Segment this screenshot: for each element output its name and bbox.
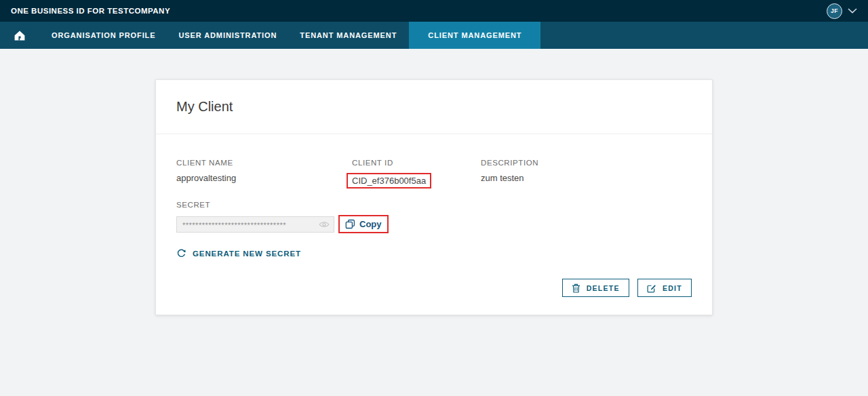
topbar: ONE BUSINESS ID FOR TESTCOMPANY JF [0,0,868,22]
edit-button[interactable]: EDIT [637,279,692,297]
annotation-highlight-client-id: CID_ef376b00f5aa [347,173,431,189]
description-label: DESCRIPTION [481,159,692,167]
nav-item-tenant-management[interactable]: TENANT MANAGEMENT [289,22,408,49]
avatar[interactable]: JF [827,3,842,19]
generate-new-secret-label: GENERATE NEW SECRET [193,250,301,258]
field-client-id: CLIENT ID CID_ef376b00f5aa [352,159,481,189]
copy-icon [345,219,355,229]
copy-button-label: Copy [359,219,382,229]
field-description: DESCRIPTION zum testen [481,159,692,189]
edit-icon [647,283,656,293]
client-name-value: approvaltesting [176,173,352,183]
client-name-label: CLIENT NAME [176,159,352,167]
user-menu[interactable]: JF [827,3,857,19]
field-client-name: CLIENT NAME approvaltesting [176,159,352,189]
refresh-icon [176,248,186,258]
client-id-label: CLIENT ID [352,159,481,167]
edit-button-label: EDIT [663,284,682,292]
card-header: My Client [156,80,712,134]
eye-icon[interactable] [319,220,330,229]
secret-label: SECRET [176,201,692,209]
nav-item-client-management[interactable]: CLIENT MANAGEMENT [409,22,540,49]
app-title: ONE BUSINESS ID FOR TESTCOMPANY [11,7,170,15]
nav-item-user-administration[interactable]: USER ADMINISTRATION [167,22,288,49]
card-actions: DELETE EDIT [176,279,692,297]
home-icon [14,30,26,41]
main-nav: ORGANISATION PROFILE USER ADMINISTRATION… [0,22,868,49]
client-fields-row: CLIENT NAME approvaltesting CLIENT ID CI… [176,159,692,189]
client-id-value: CID_ef376b00f5aa [352,176,426,186]
description-value: zum testen [481,173,692,183]
field-secret: SECRET [176,201,692,233]
main-content: My Client CLIENT NAME approvaltesting CL… [0,79,868,396]
card-body: CLIENT NAME approvaltesting CLIENT ID CI… [156,134,712,315]
page-title: My Client [176,99,233,115]
secret-input[interactable] [176,216,334,233]
nav-home[interactable] [0,22,39,49]
nav-item-organisation-profile[interactable]: ORGANISATION PROFILE [41,22,166,49]
chevron-down-icon[interactable] [848,8,857,14]
annotation-highlight-copy: Copy [338,215,389,233]
generate-new-secret-link[interactable]: GENERATE NEW SECRET [176,248,301,258]
avatar-initials: JF [831,7,838,14]
trash-icon [572,283,580,293]
copy-button[interactable]: Copy [342,218,385,231]
delete-button[interactable]: DELETE [562,279,629,297]
delete-button-label: DELETE [587,284,620,292]
my-client-card: My Client CLIENT NAME approvaltesting CL… [155,79,713,315]
